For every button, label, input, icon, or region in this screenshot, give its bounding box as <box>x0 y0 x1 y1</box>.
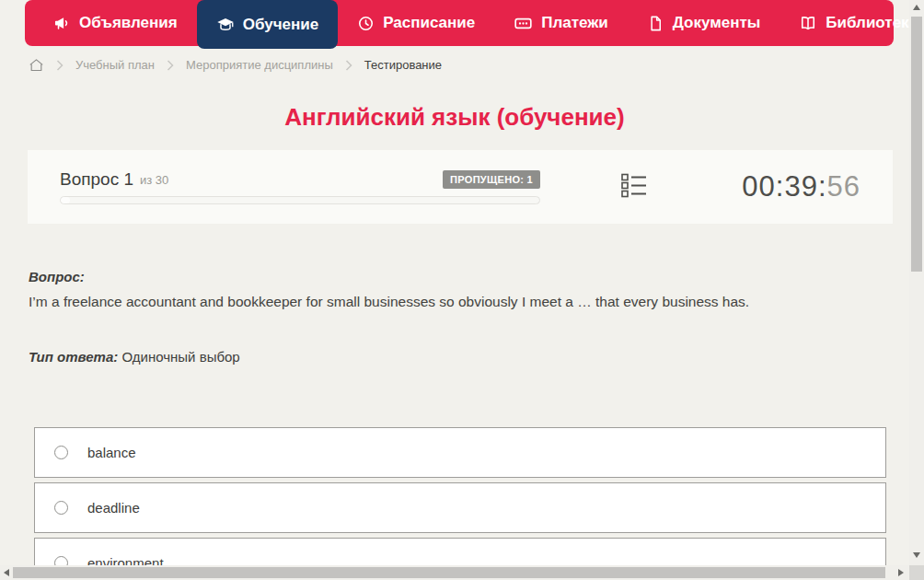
megaphone-icon <box>53 15 71 32</box>
scroll-down-arrow-icon[interactable] <box>913 552 920 558</box>
timer: 00:39:56 <box>742 170 860 203</box>
open-book-icon <box>799 14 817 32</box>
nav-item-learning[interactable]: Обучение <box>197 0 338 49</box>
scroll-right-arrow-icon[interactable] <box>898 569 904 576</box>
nav-item-label: Платежи <box>541 14 608 32</box>
progress-bar-fill <box>61 197 70 203</box>
timer-separator: : <box>818 170 827 203</box>
list-icon <box>621 173 647 202</box>
nav-item-label: Расписание <box>383 14 475 32</box>
nav-item-label: Обучение <box>243 16 318 34</box>
question-list-button[interactable] <box>621 173 647 202</box>
question-text: I’m a freelance accountant and bookkeepe… <box>29 293 875 312</box>
answer-option-deadline[interactable]: deadline <box>34 482 886 533</box>
question-header-panel: Вопрос 1 из 30 ПРОПУЩЕНО: 1 00:39:56 <box>28 150 893 224</box>
breadcrumb-item-curriculum[interactable]: Учебный план <box>75 58 155 72</box>
scroll-up-arrow-icon[interactable] <box>913 5 920 10</box>
chevron-right-icon <box>56 60 64 71</box>
vertical-scrollbar[interactable] <box>909 0 924 565</box>
answer-type-value: Одиночный выбор <box>121 349 239 365</box>
progress-bar <box>60 196 540 204</box>
chevron-right-icon <box>345 60 352 71</box>
timer-hours: 00 <box>742 170 775 203</box>
nav-item-library[interactable]: Библиотека <box>780 0 924 46</box>
chevron-right-icon <box>167 60 174 71</box>
graduation-cap-icon <box>216 16 235 34</box>
answer-option-balance[interactable]: balance <box>34 427 886 478</box>
answer-option-label: balance <box>87 445 136 460</box>
answer-type-label: Тип ответа: <box>29 349 118 365</box>
scroll-left-arrow-icon[interactable] <box>4 569 9 576</box>
nav-item-documents[interactable]: Документы <box>628 0 780 46</box>
horizontal-scrollbar-thumb[interactable] <box>13 567 885 578</box>
nav-item-label: Объявления <box>79 14 178 32</box>
home-icon[interactable] <box>29 57 44 73</box>
banknote-icon <box>514 14 533 33</box>
question-number: Вопрос 1 <box>60 169 133 190</box>
vertical-scrollbar-thumb[interactable] <box>911 17 922 272</box>
nav-item-payments[interactable]: Платежи <box>494 0 628 46</box>
radio-button[interactable] <box>54 446 68 459</box>
nav-item-label: Библиотека <box>826 14 918 32</box>
answer-type-row: Тип ответа: Одиночный выбор <box>29 349 240 365</box>
breadcrumb-item-testing: Тестирование <box>364 58 442 72</box>
nav-item-announcements[interactable]: Объявления <box>34 0 197 46</box>
page-title: Английский язык (обучение) <box>0 103 909 132</box>
answer-option-label: deadline <box>87 500 140 516</box>
main-navigation: Объявления Обучение Расписание Платежи Д… <box>25 0 894 46</box>
question-progress-group: Вопрос 1 из 30 ПРОПУЩЕНО: 1 <box>60 169 540 204</box>
document-icon <box>647 15 664 32</box>
skipped-badge: ПРОПУЩЕНО: 1 <box>443 170 540 189</box>
scrollbar-corner <box>909 565 924 580</box>
question-total: из 30 <box>140 173 168 187</box>
nav-item-label: Документы <box>673 14 761 32</box>
breadcrumb: Учебный план Мероприятие дисциплины Тест… <box>29 57 442 73</box>
radio-button[interactable] <box>54 501 68 515</box>
horizontal-scrollbar[interactable] <box>0 565 909 580</box>
timer-seconds: 56 <box>827 170 860 203</box>
timer-minutes: 39 <box>784 170 817 203</box>
question-label: Вопрос: <box>29 269 85 284</box>
clock-icon <box>357 15 375 32</box>
timer-separator: : <box>776 170 785 203</box>
answer-options-list: balance deadline environment <box>34 427 886 580</box>
breadcrumb-item-discipline-event[interactable]: Мероприятие дисциплины <box>186 58 333 72</box>
nav-item-schedule[interactable]: Расписание <box>338 0 494 46</box>
